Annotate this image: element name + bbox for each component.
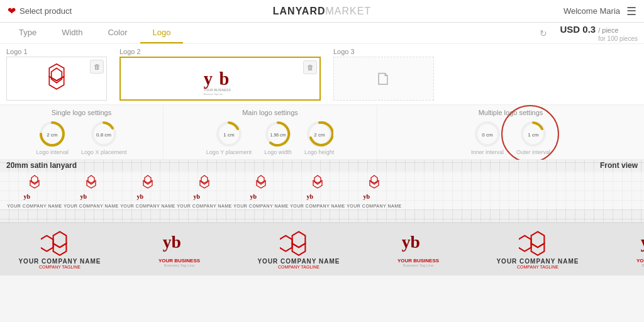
price-for: for 100 pieces	[598, 35, 638, 42]
logo1-label: Logo 1	[6, 48, 28, 55]
logo3-container: Logo 3 🗋	[333, 48, 434, 101]
tab-logo[interactable]: Logo	[140, 23, 184, 43]
main-knobs: 1 cm Logo Y placement 1.96 cm Logo width	[206, 120, 334, 155]
svg-text:yb: yb	[250, 193, 257, 200]
logo3-placeholder-icon: 🗋	[375, 69, 392, 89]
bottom2-name: YOUR BUSINESS	[158, 258, 200, 264]
knob-y-dial[interactable]: 1 cm	[215, 120, 243, 148]
svg-text:0 cm: 0 cm	[482, 132, 493, 138]
svg-text:0.8 cm: 0.8 cm	[96, 132, 111, 138]
svg-text:2 cm: 2 cm	[47, 132, 58, 138]
knob-outer-dial[interactable]: 1 cm	[519, 120, 547, 148]
svg-text:y: y	[204, 69, 213, 88]
brand-lanyard: LANYARD	[273, 6, 326, 16]
bottom-preview: YOUR COMPANY NAME COMPANY TAGLINE yb YOU…	[0, 222, 644, 275]
bottom-unit-6: yb YOUR BUSINESS Business Tag Line	[597, 226, 644, 273]
bottom5-tagline: COMPANY TAGLINE	[517, 265, 558, 269]
svg-text:1.96 cm: 1.96 cm	[270, 133, 286, 137]
bottom4-name: YOUR BUSINESS	[397, 258, 439, 264]
price-value: USD 0.3	[560, 24, 596, 35]
svg-text:yb: yb	[641, 232, 644, 252]
knob-height-label: Logo height	[304, 149, 334, 155]
preview-spacer	[0, 209, 644, 222]
hamburger-icon[interactable]: ☰	[626, 4, 636, 18]
svg-marker-44	[41, 236, 53, 252]
tab-color[interactable]: Color	[95, 23, 140, 43]
svg-marker-47	[292, 243, 306, 255]
knob-outer-interval: 1 cm Outer interval	[516, 120, 550, 155]
svg-text:b: b	[219, 69, 230, 88]
multiple-knobs: 0 cm Inner interval 1 cm Outer interval	[471, 120, 550, 155]
lanyard-unit-6: yb YOUR COMPANY NAME	[289, 172, 346, 208]
strip4-name: YOUR COMPANY NAME	[177, 204, 232, 208]
price-unit: / piece	[598, 26, 618, 34]
bottom5-name: YOUR COMPANY NAME	[496, 258, 579, 265]
logo2-container: Logo 2 🗑 y b YOUR BUSINESS Business Tag …	[119, 48, 321, 101]
knob-logo-y: 1 cm Logo Y placement	[206, 120, 252, 155]
svg-text:yb: yb	[402, 232, 420, 252]
bottom-unit-5: YOUR COMPANY NAME COMPANY TAGLINE	[478, 226, 597, 273]
front-view: Front view	[600, 161, 638, 170]
logo-row: Logo 1 🗑 Logo 2 🗑 y b YOUR BUSINESS Busi…	[0, 44, 644, 105]
svg-text:yb: yb	[24, 193, 31, 200]
knob-outer-label: Outer interval	[516, 149, 550, 155]
select-product-label[interactable]: Select product	[19, 6, 72, 16]
header: ❤ Select product LANYARDMARKET Welcome M…	[0, 0, 644, 23]
knob-logo-x: 0.8 cm Logo X placement	[81, 120, 127, 155]
knob-interval-dial[interactable]: 2 cm	[38, 120, 66, 148]
knob-inner-label: Inner interval	[471, 149, 504, 155]
lanyard-unit-1: yb YOUR COMPANY NAME	[6, 172, 63, 208]
multiple-logo-title: Multiple logo settings	[479, 109, 543, 116]
nav-right: ↻ USD 0.3 / piece for 100 pieces	[540, 24, 638, 42]
svg-marker-43	[53, 243, 67, 255]
lanyard-unit-3: yb YOUR COMPANY NAME	[119, 172, 176, 208]
knob-inner-interval: 0 cm Inner interval	[471, 120, 504, 155]
svg-text:yb: yb	[307, 193, 314, 200]
main-logo-title: Main logo settings	[242, 109, 298, 116]
logo1-box[interactable]: 🗑	[6, 57, 107, 101]
single-logo-title: Single logo settings	[52, 109, 111, 116]
single-knobs: 2 cm Logo interval 0.8 cm Logo X placeme…	[36, 120, 126, 155]
bottom3-tagline: COMPANY TAGLINE	[278, 265, 319, 269]
product-name: 20mm satin lanyard	[6, 161, 77, 170]
svg-text:1 cm: 1 cm	[528, 132, 539, 138]
bottom4-tagline: Business Tag Line	[403, 264, 434, 267]
svg-marker-48	[280, 236, 292, 252]
knob-x-dial[interactable]: 0.8 cm	[90, 120, 118, 148]
svg-marker-51	[531, 243, 545, 255]
bottom-unit-2: yb YOUR BUSINESS Business Tag Line	[119, 226, 239, 273]
knob-logo-height: 2 cm Logo height	[304, 120, 334, 155]
logo2-box[interactable]: 🗑 y b YOUR BUSINESS Business Tag Line	[119, 57, 321, 101]
strip3-name: YOUR COMPANY NAME	[120, 204, 175, 208]
bottom-unit-1: YOUR COMPANY NAME COMPANY TAGLINE	[0, 226, 119, 273]
logo1-container: Logo 1 🗑	[6, 48, 107, 101]
lanyard-unit-4: yb YOUR COMPANY NAME	[176, 172, 233, 208]
svg-marker-52	[519, 236, 531, 252]
logo3-box[interactable]: 🗋	[333, 57, 434, 101]
svg-text:2 cm: 2 cm	[314, 132, 325, 138]
knob-height-dial[interactable]: 2 cm	[306, 120, 333, 148]
preview-labels: 20mm satin lanyard Front view	[0, 160, 644, 171]
single-logo-settings: Single logo settings 2 cm Logo interval	[0, 105, 164, 159]
bottom-unit-3: YOUR COMPANY NAME COMPANY TAGLINE	[239, 226, 358, 273]
settings-row: Single logo settings 2 cm Logo interval	[0, 105, 644, 160]
refresh-icon[interactable]: ↻	[540, 28, 547, 38]
knob-width-dial[interactable]: 1.96 cm	[264, 120, 292, 148]
bottom2-tagline: Business Tag Line	[164, 264, 195, 267]
svg-text:yb: yb	[194, 193, 201, 200]
svg-text:yb: yb	[137, 193, 144, 200]
logo1-delete[interactable]: 🗑	[90, 60, 104, 74]
lanyard-unit-5: yb YOUR COMPANY NAME	[233, 172, 289, 208]
knob-inner-dial[interactable]: 0 cm	[474, 120, 501, 148]
brand-logo: LANYARDMARKET	[101, 6, 543, 17]
knob-y-label: Logo Y placement	[206, 149, 252, 155]
tab-type[interactable]: Type	[6, 23, 49, 43]
strip6-name: YOUR COMPANY NAME	[290, 204, 345, 208]
logo2-delete[interactable]: 🗑	[303, 60, 317, 74]
strip2-name: YOUR COMPANY NAME	[64, 204, 119, 208]
tab-width[interactable]: Width	[49, 23, 95, 43]
price-box: USD 0.3 / piece for 100 pieces	[560, 24, 638, 42]
svg-text:1 cm: 1 cm	[223, 132, 235, 138]
bottom3-name: YOUR COMPANY NAME	[257, 258, 340, 265]
strip7-name: YOUR COMPANY NAME	[347, 204, 402, 208]
